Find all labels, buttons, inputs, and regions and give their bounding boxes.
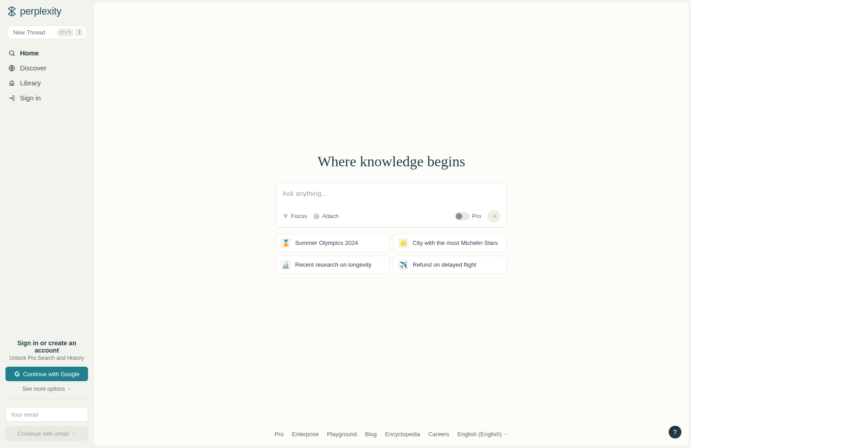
sidebar: perplexity New Thread Ctrl I Home Discov [0,0,94,448]
google-icon [14,371,20,377]
globe-icon [8,65,15,72]
arrow-right-icon [491,213,497,219]
footer-link-pro[interactable]: Pro [275,431,284,438]
suggestion-emoji: 🌟 [398,238,408,248]
attach-label: Attach [322,213,339,219]
see-more-label: See more options [22,386,65,392]
pro-toggle[interactable] [455,212,469,220]
continue-email-button[interactable]: Continue with email [5,426,88,441]
suggestion-text: Refund on delayed flight [413,261,476,268]
kbd-ctrl: Ctrl [57,29,74,36]
new-thread-button[interactable]: New Thread Ctrl I [6,25,87,39]
search-target-icon [8,50,15,57]
suggestions-grid: 🏅 Summer Olympics 2024 🌟 City with the m… [276,234,507,274]
nav-discover-label: Discover [20,64,46,72]
plus-circle-icon [313,213,320,219]
nav-library-label: Library [20,79,41,87]
nav-library[interactable]: Library [4,75,90,90]
main-panel: Where knowledge begins Focus [94,2,689,446]
new-thread-label: New Thread [13,29,45,36]
footer: Pro Enterprise Playground Blog Encyclope… [94,424,689,446]
footer-link-enterprise[interactable]: Enterprise [292,431,319,438]
footer-link-blog[interactable]: Blog [365,431,377,438]
kbd-i: I [75,29,83,36]
sidebar-nav: Home Discover Library Sign in [0,45,94,105]
suggestion-text: Recent research on longevity [295,261,371,268]
library-icon [8,80,15,87]
perplexity-logo-icon [6,6,17,17]
chevron-down-icon [503,432,508,437]
chevron-right-icon [72,431,76,436]
search-box: Focus Attach [276,183,507,228]
sign-in-block: Sign in or create an account Unlock Pro … [0,339,94,392]
focus-button[interactable]: Focus [282,213,307,219]
center-column: Where knowledge begins Focus [94,2,689,424]
brand-logo[interactable]: perplexity [6,5,87,17]
nav-home-label: Home [20,49,39,57]
brand-name: perplexity [20,5,61,17]
email-input[interactable] [5,407,88,422]
attach-button[interactable]: Attach [313,213,339,219]
signin-arrow-icon [8,95,15,102]
sidebar-spacer [0,105,94,339]
suggestion-card[interactable]: 🔬 Recent research on longevity [276,256,390,274]
pro-label: Pro [472,213,481,219]
nav-signin[interactable]: Sign in [4,90,90,105]
sidebar-divider [5,399,88,400]
email-button-label: Continue with email [17,430,69,437]
new-thread-kbd: Ctrl I [57,29,83,36]
chevron-down-icon [67,387,71,391]
focus-label: Focus [291,213,307,219]
right-blank-strip [691,0,868,448]
help-icon: ? [673,428,677,436]
signin-subtitle: Unlock Pro Search and History [5,355,88,361]
language-label: English (English) [458,431,502,438]
footer-link-playground[interactable]: Playground [327,431,357,438]
pro-toggle-wrap: Pro [455,212,481,220]
nav-discover[interactable]: Discover [4,60,90,75]
hero-title: Where knowledge begins [317,153,465,170]
suggestion-text: Summer Olympics 2024 [295,239,358,246]
suggestion-emoji: 🏅 [281,238,291,248]
focus-icon [282,213,289,219]
app-root: perplexity New Thread Ctrl I Home Discov [0,0,868,448]
help-button[interactable]: ? [669,426,681,438]
main-wrap: Where knowledge begins Focus [94,0,691,448]
footer-link-encyclopedia[interactable]: Encyclopedia [385,431,420,438]
suggestion-card[interactable]: 🌟 City with the most Michelin Stars [393,234,507,252]
continue-google-button[interactable]: Continue with Google [5,367,88,381]
toggle-knob [456,213,462,219]
google-button-label: Continue with Google [23,371,79,378]
suggestion-card[interactable]: 🏅 Summer Olympics 2024 [276,234,390,252]
svg-line-1 [13,54,15,55]
see-more-options[interactable]: See more options [5,386,88,392]
search-toolbar: Focus Attach [282,210,500,223]
logo-container: perplexity [0,5,94,22]
search-input[interactable] [282,189,500,200]
suggestion-emoji: ✈️ [398,260,408,270]
footer-link-careers[interactable]: Careers [428,431,449,438]
submit-button[interactable] [488,210,500,223]
suggestion-emoji: 🔬 [281,260,291,270]
suggestion-text: City with the most Michelin Stars [413,239,498,246]
nav-home[interactable]: Home [4,45,90,60]
svg-point-0 [10,50,14,55]
nav-signin-label: Sign in [20,94,41,102]
signin-title: Sign in or create an account [5,339,88,354]
language-selector[interactable]: English (English) [458,431,508,438]
suggestion-card[interactable]: ✈️ Refund on delayed flight [393,256,507,274]
